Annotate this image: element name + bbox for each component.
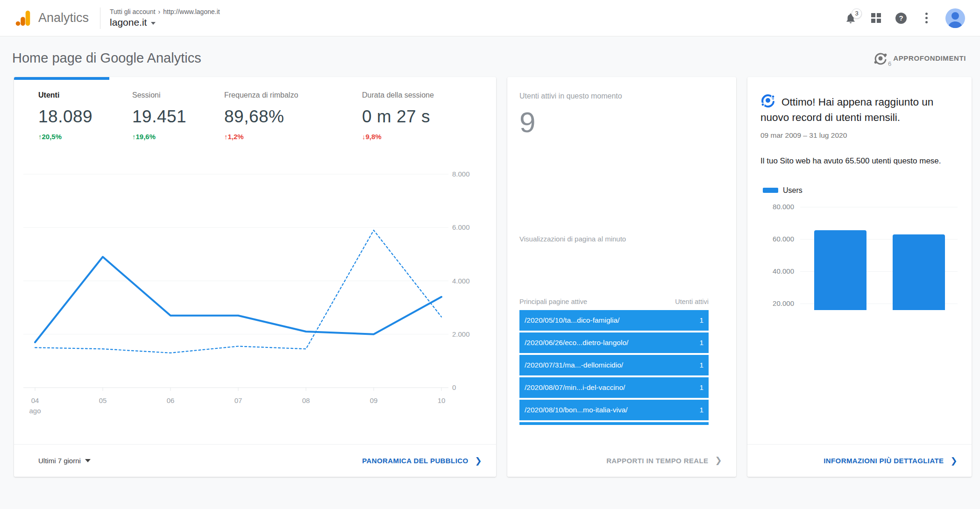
date-range-selector[interactable]: Ultimi 7 giorni <box>38 457 91 465</box>
analytics-logo[interactable]: Analytics <box>13 8 89 28</box>
insight-card: Ottimo! Hai appena raggiunto un nuovo re… <box>747 77 972 477</box>
help-button[interactable]: ? <box>895 12 907 24</box>
active-page-row: /2020/08/10/bon...mo-italia-viva/1 <box>519 400 709 420</box>
breadcrumb-account[interactable]: Tutti gli account <box>110 8 156 15</box>
users-bar-2 <box>893 234 945 310</box>
users-trend-chart: 02.0004.0006.0008.00004ago050607080910 <box>14 161 496 418</box>
active-page-users: 1 <box>699 406 703 414</box>
metric-tab-frequenza-di-rimbalzo[interactable]: Frequenza di rimbalzo89,68%↑1,2% <box>224 91 362 141</box>
insights-label: APPROFONDIMENTI <box>893 54 966 62</box>
analytics-logo-icon <box>13 8 33 28</box>
notification-badge: 3 <box>852 8 862 19</box>
metric-value: 18.089 <box>38 107 132 127</box>
active-page-row: /2020/07/31/ma...-dellomicidio/1 <box>519 355 709 375</box>
grid-icon <box>871 13 881 23</box>
page-title-row: Home page di Google Analytics 6 APPROFON… <box>0 36 980 77</box>
active-users-value: 9 <box>519 108 724 137</box>
svg-text:4.000: 4.000 <box>452 277 470 285</box>
selected-metric-indicator <box>14 77 109 80</box>
notifications-button[interactable]: 3 <box>845 12 857 24</box>
legend-label: Users <box>783 186 802 195</box>
apps-grid-button[interactable] <box>870 12 882 24</box>
cards-row: Utenti18.089↑20,5%Sessioni19.451↑19,6%Fr… <box>14 77 972 477</box>
svg-text:07: 07 <box>234 396 242 404</box>
header-divider <box>100 7 100 29</box>
help-icon: ? <box>895 13 907 24</box>
svg-text:08: 08 <box>302 396 310 404</box>
audience-overview-link-label: PANORAMICA DEL PUBBLICO <box>362 457 468 465</box>
view-selector[interactable]: lagone.it <box>110 17 220 28</box>
trend-line-current-period <box>35 257 441 342</box>
metric-tab-utenti[interactable]: Utenti18.089↑20,5% <box>38 91 132 141</box>
active-page-users: 1 <box>699 339 703 347</box>
more-details-link[interactable]: INFORMAZIONI PIÙ DETTAGLIATE ❯ <box>824 456 958 466</box>
metric-label: Durata della sessione <box>362 91 434 99</box>
chevron-right-icon: ❯ <box>951 456 958 466</box>
pageviews-per-minute-label: Visualizzazioni di pagina al minuto <box>519 235 724 243</box>
bar-axis-label: 80.000 <box>760 203 794 211</box>
svg-text:0: 0 <box>452 383 456 391</box>
active-page-url: /2020/08/10/bon...mo-italia-viva/ <box>525 406 628 414</box>
metric-delta: ↑20,5% <box>38 133 132 141</box>
bar-axis-label: 40.000 <box>760 267 794 275</box>
active-page-users: 1 <box>699 361 703 369</box>
overview-card: Utenti18.089↑20,5%Sessioni19.451↑19,6%Fr… <box>14 77 496 477</box>
active-users-label: Utenti attivi in questo momento <box>519 92 724 100</box>
view-name: lagone.it <box>110 17 147 28</box>
active-page-users: 1 <box>699 383 703 392</box>
bar-axis-label: 60.000 <box>760 235 794 243</box>
col-header-users: Utenti attivi <box>675 298 709 305</box>
bar-gridline <box>800 207 958 207</box>
active-page-row-partial <box>519 422 709 425</box>
metric-label: Frequenza di rimbalzo <box>224 91 362 99</box>
overflow-menu-button[interactable] <box>920 12 932 24</box>
active-pages-table-body: /2020/05/10/ta...dico-famiglia/1/2020/06… <box>519 310 709 420</box>
svg-text:8.000: 8.000 <box>452 170 470 178</box>
legend-swatch <box>763 188 778 193</box>
breadcrumb-separator: › <box>158 8 161 15</box>
realtime-card-footer: RAPPORTI IN TEMPO REALE ❯ <box>507 444 736 477</box>
insights-count: 6 <box>888 60 891 67</box>
metric-value: 89,68% <box>224 107 362 127</box>
active-page-row: /2020/06/26/eco...dietro-langolo/1 <box>519 332 709 353</box>
active-pages-table: Principali pagine attive Utenti attivi /… <box>519 298 709 425</box>
insights-button[interactable]: 6 APPROFONDIMENTI <box>873 51 966 65</box>
user-avatar[interactable] <box>945 8 965 28</box>
metric-delta: ↑19,6% <box>132 133 224 141</box>
audience-overview-link[interactable]: PANORAMICA DEL PUBBLICO ❯ <box>362 456 482 466</box>
chevron-right-icon: ❯ <box>715 455 722 466</box>
page-title: Home page di Google Analytics <box>12 50 201 66</box>
insight-title-text: Ottimo! Hai appena raggiunto un nuovo re… <box>760 96 933 123</box>
insight-body-text: Il tuo Sito web ha avuto 65.500 utenti q… <box>760 155 943 167</box>
svg-text:ago: ago <box>29 407 41 415</box>
breadcrumb-property[interactable]: http://www.lagone.it <box>163 8 220 15</box>
overview-card-footer: Ultimi 7 giorni PANORAMICA DEL PUBBLICO … <box>14 444 496 477</box>
person-icon <box>945 8 965 28</box>
chevron-down-icon <box>151 22 156 25</box>
active-page-users: 1 <box>699 316 703 325</box>
realtime-reports-link[interactable]: RAPPORTI IN TEMPO REALE ❯ <box>606 455 722 466</box>
metric-tab-sessioni[interactable]: Sessioni19.451↑19,6% <box>132 91 224 141</box>
active-page-url: /2020/07/31/ma...-dellomicidio/ <box>525 361 623 369</box>
more-details-link-label: INFORMAZIONI PIÙ DETTAGLIATE <box>824 457 944 465</box>
svg-text:06: 06 <box>167 396 175 404</box>
metrics-row: Utenti18.089↑20,5%Sessioni19.451↑19,6%Fr… <box>14 77 496 141</box>
insight-date-range: 09 mar 2009 – 31 lug 2020 <box>760 131 959 140</box>
insight-title: Ottimo! Hai appena raggiunto un nuovo re… <box>760 93 959 125</box>
realtime-card: Utenti attivi in questo momento 9 Visual… <box>507 77 736 477</box>
account-breadcrumb: Tutti gli account›http://www.lagone.it l… <box>110 8 220 28</box>
metric-label: Sessioni <box>132 91 224 99</box>
metric-label: Utenti <box>38 91 132 99</box>
metric-delta: ↓9,8% <box>362 133 434 141</box>
insight-card-footer: INFORMAZIONI PIÙ DETTAGLIATE ❯ <box>747 444 972 477</box>
bar-axis-label: 20.000 <box>760 299 794 307</box>
svg-text:04: 04 <box>31 396 39 404</box>
date-range-label: Ultimi 7 giorni <box>38 457 81 465</box>
monthly-users-bar-chart: 80.00060.00040.00020.000 <box>760 200 959 310</box>
app-header: Analytics Tutti gli account›http://www.l… <box>0 0 980 36</box>
breadcrumb: Tutti gli account›http://www.lagone.it <box>110 8 220 15</box>
metric-value: 19.451 <box>132 107 224 127</box>
svg-text:05: 05 <box>99 396 107 404</box>
svg-text:6.000: 6.000 <box>452 223 470 231</box>
metric-tab-durata-della-sessione[interactable]: Durata della sessione0 m 27 s↓9,8% <box>362 91 434 141</box>
